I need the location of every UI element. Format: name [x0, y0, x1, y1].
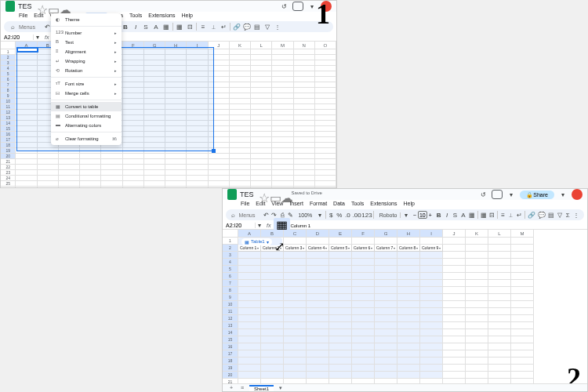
cell[interactable] — [488, 287, 511, 294]
cell[interactable] — [165, 93, 187, 99]
cell[interactable] — [466, 315, 488, 322]
table-cell[interactable] — [284, 343, 307, 350]
table-cell[interactable] — [397, 372, 420, 379]
doc-title[interactable]: TES — [18, 2, 32, 10]
table-cell[interactable] — [375, 273, 397, 280]
cell[interactable] — [59, 170, 80, 176]
cell[interactable] — [315, 104, 336, 110]
row-header[interactable]: 15 — [223, 336, 238, 343]
table-cell[interactable] — [307, 315, 329, 322]
row-header[interactable]: 10 — [1, 99, 16, 104]
cell[interactable] — [16, 121, 37, 126]
table-cell[interactable] — [375, 343, 397, 350]
cell[interactable] — [187, 88, 208, 93]
table-cell[interactable] — [238, 322, 261, 329]
move-icon[interactable]: ▭ — [270, 191, 278, 198]
cell[interactable] — [272, 126, 293, 132]
cell[interactable] — [16, 132, 37, 137]
cell[interactable] — [187, 126, 208, 132]
row-header[interactable]: 14 — [1, 121, 16, 126]
cell[interactable] — [187, 55, 208, 60]
cell[interactable] — [144, 176, 165, 181]
cell[interactable] — [315, 176, 336, 181]
menu-extensions[interactable]: Extensions — [368, 201, 399, 207]
cell[interactable] — [294, 126, 315, 132]
cell[interactable] — [251, 60, 272, 66]
cell[interactable] — [488, 322, 511, 329]
cell[interactable] — [511, 358, 534, 365]
table-cell[interactable] — [261, 266, 284, 273]
cell[interactable] — [16, 126, 37, 132]
dd-rotation[interactable]: ⟲Rotation▸ — [51, 66, 122, 75]
table-cell[interactable] — [329, 343, 352, 350]
table-cell[interactable] — [307, 329, 329, 336]
cell[interactable] — [443, 372, 466, 379]
cell[interactable] — [16, 71, 37, 77]
row-header[interactable]: 2 — [1, 55, 16, 60]
cell[interactable] — [187, 71, 208, 77]
menu-tools[interactable]: Tools — [127, 13, 144, 19]
spreadsheet-grid[interactable]: A B C D E F G H I J K L M ▦Table1▾ ⤢ 12C… — [223, 230, 587, 387]
cell[interactable] — [294, 148, 315, 154]
table-cell[interactable] — [307, 358, 329, 365]
cell[interactable] — [511, 365, 534, 372]
cell[interactable] — [294, 137, 315, 143]
cell[interactable] — [315, 88, 336, 93]
menu-tools[interactable]: Tools — [349, 201, 366, 207]
cell[interactable] — [466, 343, 488, 350]
cell[interactable] — [230, 77, 251, 82]
table-cell[interactable] — [329, 365, 352, 372]
table-cell[interactable] — [307, 294, 329, 301]
cell[interactable] — [123, 88, 144, 93]
col-header[interactable]: H — [165, 42, 187, 49]
cell[interactable] — [315, 99, 336, 104]
cell[interactable] — [315, 71, 336, 77]
merge-icon[interactable]: ⊟ — [186, 23, 194, 31]
cell[interactable] — [315, 110, 336, 115]
row-header[interactable]: 18 — [223, 358, 238, 365]
name-box-dropdown-icon[interactable]: ▾ — [256, 222, 263, 230]
cell[interactable] — [251, 110, 272, 115]
cell[interactable] — [294, 60, 315, 66]
table-cell[interactable] — [329, 301, 352, 308]
cell[interactable] — [511, 294, 534, 301]
cell[interactable] — [123, 165, 144, 170]
table-cell[interactable] — [307, 287, 329, 294]
row-header[interactable]: 17 — [223, 350, 238, 358]
table-cell[interactable] — [420, 266, 443, 273]
table-cell[interactable] — [261, 294, 284, 301]
italic-button[interactable]: I — [132, 23, 140, 31]
cell[interactable] — [123, 126, 144, 132]
cell[interactable] — [101, 159, 122, 165]
cell[interactable] — [272, 82, 293, 88]
cell[interactable] — [16, 55, 37, 60]
cell[interactable] — [488, 350, 511, 358]
menu-format[interactable]: Format — [307, 201, 329, 207]
cell[interactable] — [230, 176, 251, 181]
cell[interactable] — [294, 104, 315, 110]
col-header[interactable]: J — [209, 42, 230, 49]
cell[interactable] — [294, 110, 315, 115]
table-cell[interactable] — [420, 343, 443, 350]
meet-icon[interactable] — [492, 190, 503, 199]
table-cell[interactable] — [397, 266, 420, 273]
cell[interactable] — [16, 99, 37, 104]
cell[interactable] — [488, 336, 511, 343]
cell[interactable] — [80, 154, 101, 159]
add-sheet-button[interactable]: + — [227, 385, 235, 391]
cell[interactable] — [488, 329, 511, 336]
menu-file[interactable]: File — [16, 13, 30, 19]
table-cell[interactable] — [420, 308, 443, 315]
col-header[interactable]: M — [511, 230, 534, 238]
history-icon[interactable]: ↺ — [479, 191, 487, 198]
cell[interactable] — [466, 252, 488, 259]
chart-icon[interactable]: ▤ — [253, 23, 261, 31]
cell[interactable] — [511, 273, 534, 280]
comment-icon[interactable]: 💬 — [538, 211, 546, 219]
doc-title[interactable]: TES — [240, 191, 254, 198]
cell[interactable] — [38, 181, 59, 187]
cell[interactable] — [165, 176, 187, 181]
table-cell[interactable] — [420, 358, 443, 365]
table-cell[interactable] — [307, 301, 329, 308]
valign-icon[interactable]: ⟂ — [508, 211, 514, 219]
